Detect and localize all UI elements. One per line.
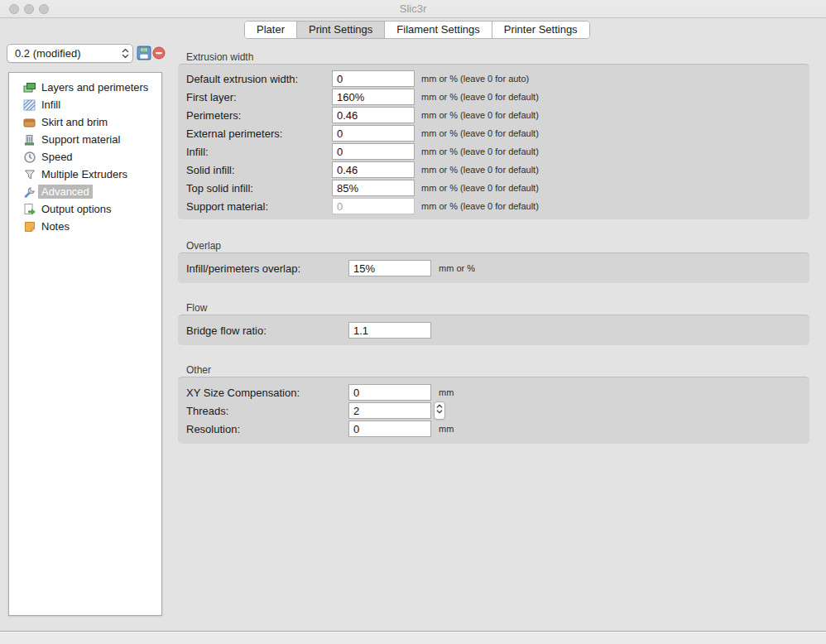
title-bar: Slic3r (0, 0, 826, 18)
unit-hint: mm or % (leave 0 for default) (421, 201, 539, 211)
layers-icon (23, 81, 36, 94)
section-panel-extrusion-width (178, 64, 809, 219)
unit-hint: mm (439, 424, 454, 434)
infill-icon (23, 99, 36, 112)
field-label: Threads: (186, 405, 228, 417)
threads-input[interactable] (348, 402, 431, 419)
sidebar-item-label: Advanced (38, 185, 93, 199)
section-panel-flow (178, 315, 809, 345)
field-label: Solid infill: (186, 164, 235, 176)
main-tabs: Plater Print Settings Filament Settings … (244, 21, 590, 39)
field-label: Support material: (186, 200, 268, 213)
bridge-flow-ratio-input[interactable] (348, 322, 431, 339)
sidebar-item-notes[interactable]: Notes (9, 218, 161, 235)
support-icon (23, 133, 36, 147)
unit-hint: mm or % (leave 0 for default) (421, 165, 539, 175)
tab-plater[interactable]: Plater (245, 22, 297, 38)
top-solid-infill-input[interactable] (332, 180, 415, 196)
unit-hint: mm or % (leave 0 for default) (421, 128, 539, 138)
sidebar-item-label: Layers and perimeters (41, 81, 148, 94)
field-label: Infill: (186, 146, 209, 158)
settings-category-tree: Layers and perimeters Infill Skirt and b… (8, 72, 162, 616)
field-label: Bridge flow ratio: (186, 324, 267, 337)
xy-size-compensation-input[interactable] (348, 384, 431, 401)
support-material-width-input[interactable] (332, 198, 415, 214)
sidebar-item-label: Support material (41, 133, 120, 146)
unit-hint: mm or % (leave 0 for auto) (421, 74, 529, 84)
field-label: External perimeters: (186, 127, 282, 140)
skirt-icon (23, 116, 36, 129)
combobox-stepper-icon (122, 47, 129, 60)
solid-infill-input[interactable] (332, 161, 415, 178)
advanced-icon (23, 185, 36, 199)
sidebar-item-skirt-and-brim[interactable]: Skirt and brim (9, 113, 161, 131)
sidebar-item-advanced[interactable]: Advanced (9, 183, 161, 200)
sidebar-item-label: Speed (41, 151, 73, 163)
sidebar-item-multiple-extruders[interactable]: Multiple Extruders (9, 166, 161, 183)
sidebar-item-label: Skirt and brim (41, 116, 108, 128)
tab-printer-settings[interactable]: Printer Settings (492, 22, 589, 38)
delete-preset-button[interactable] (152, 46, 166, 60)
field-label: Infill/perimeters overlap: (186, 262, 300, 275)
infill-perimeters-overlap-input[interactable] (348, 260, 431, 276)
sidebar-item-label: Infill (41, 99, 60, 111)
field-label: Resolution: (186, 423, 240, 435)
section-title-extrusion-width: Extrusion width (186, 51, 253, 63)
notes-icon (23, 220, 36, 233)
section-title-other: Other (186, 364, 211, 376)
output-icon (23, 203, 36, 216)
unit-hint: mm or % (439, 263, 475, 273)
extruders-icon (23, 168, 36, 181)
sidebar-item-layers-and-perimeters[interactable]: Layers and perimeters (9, 79, 161, 96)
unit-hint: mm or % (leave 0 for default) (421, 92, 539, 102)
sidebar-item-infill[interactable]: Infill (9, 96, 161, 113)
section-title-overlap: Overlap (186, 240, 221, 252)
field-label: Default extrusion width: (186, 73, 298, 85)
section-title-flow: Flow (186, 302, 207, 314)
sidebar-item-speed[interactable]: Speed (9, 148, 161, 166)
sidebar-item-output-options[interactable]: Output options (9, 200, 161, 218)
unit-hint: mm or % (leave 0 for default) (421, 147, 539, 156)
resolution-input[interactable] (348, 421, 431, 437)
perimeters-input[interactable] (332, 107, 415, 123)
preset-value: 0.2 (modified) (15, 47, 80, 60)
preset-combobox[interactable]: 0.2 (modified) (7, 44, 133, 63)
floppy-disk-icon (137, 49, 151, 63)
tab-print-settings[interactable]: Print Settings (297, 22, 385, 38)
sidebar-item-label: Multiple Extruders (41, 168, 127, 180)
field-label: XY Size Compensation: (186, 387, 300, 399)
sidebar-item-support-material[interactable]: Support material (9, 131, 161, 148)
field-label: Perimeters: (186, 109, 241, 122)
unit-hint: mm or % (leave 0 for default) (421, 110, 539, 120)
minus-circle-icon (152, 48, 166, 62)
sidebar-item-label: Output options (41, 203, 112, 215)
speed-icon (23, 151, 36, 164)
infill-width-input[interactable] (332, 143, 415, 160)
status-bar (0, 632, 826, 644)
unit-hint: mm or % (leave 0 for default) (421, 183, 539, 193)
window-title: Slic3r (0, 0, 826, 18)
save-preset-button[interactable] (137, 46, 151, 60)
first-layer-input[interactable] (332, 89, 415, 105)
stepper-arrows-icon (436, 403, 443, 418)
default-extrusion-width-input[interactable] (332, 70, 415, 87)
tab-filament-settings[interactable]: Filament Settings (385, 22, 492, 38)
unit-hint: mm (439, 387, 454, 397)
sidebar-item-label: Notes (41, 220, 70, 233)
field-label: Top solid infill: (186, 182, 253, 195)
external-perimeters-input[interactable] (332, 125, 415, 142)
threads-stepper[interactable] (434, 401, 445, 420)
field-label: First layer: (186, 91, 237, 103)
